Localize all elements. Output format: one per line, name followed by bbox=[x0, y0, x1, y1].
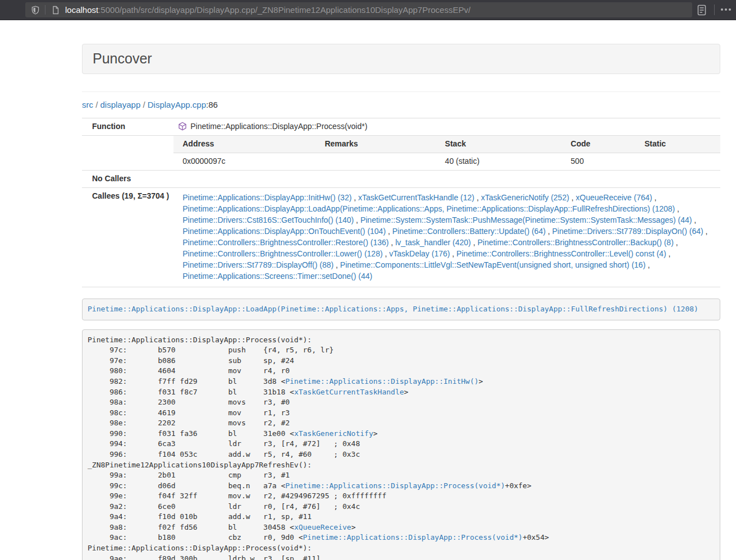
disassembly-code: Pinetime::Applications::DisplayApp::Proc… bbox=[88, 336, 549, 560]
callee-link[interactable]: lv_task_handler (420) bbox=[395, 238, 471, 247]
column-header-address: Address bbox=[173, 136, 316, 153]
code-text: > bbox=[351, 523, 356, 531]
callee-separator: , bbox=[471, 238, 478, 247]
breadcrumb-link[interactable]: src bbox=[82, 100, 93, 109]
callee-link[interactable]: Pinetime::Drivers::St7789::DisplayOff() … bbox=[182, 260, 333, 269]
column-header-stack: Stack bbox=[436, 136, 562, 153]
function-row: Function Pinetime::Applications::Display… bbox=[82, 118, 720, 136]
column-header-code: Code bbox=[562, 136, 636, 153]
code-text: 98c: 4619 mov r1, r3 bbox=[88, 408, 290, 417]
code-text: > bbox=[404, 388, 409, 396]
code-text: 9ac: b180 cbz r0, 9d0 < bbox=[88, 533, 303, 541]
reader-mode-icon[interactable] bbox=[697, 4, 707, 16]
callee-link[interactable]: Pinetime::Controllers::BrightnessControl… bbox=[182, 238, 388, 247]
code-text: 994: 6ca3 ldr r3, [r4, #72] ; 0x48 bbox=[88, 439, 360, 448]
callee-link[interactable]: Pinetime::Controllers::Battery::Update()… bbox=[392, 227, 546, 236]
details-cell: AddressRemarksStackCodeStatic 0x0000097c… bbox=[173, 136, 720, 171]
callee-separator: , bbox=[354, 215, 360, 224]
page-actions-menu-icon[interactable] bbox=[720, 7, 732, 12]
callee-link[interactable]: Pinetime::Controllers::BrightnessControl… bbox=[477, 238, 673, 247]
callee-separator: , bbox=[646, 260, 650, 269]
callee-link[interactable]: Pinetime::Drivers::Cst816S::GetTouchInfo… bbox=[182, 215, 354, 224]
code-text: 9a4: f10d 010b add.w r1, sp, #11 bbox=[88, 512, 312, 521]
callee-link[interactable]: Pinetime::Controllers::BrightnessControl… bbox=[182, 249, 382, 258]
callee-link[interactable]: Pinetime::Controllers::BrightnessControl… bbox=[456, 249, 666, 258]
code-text: 990: f031 fa36 bl 31e00 < bbox=[88, 429, 294, 438]
code-text: 980: 4604 mov r4, r0 bbox=[88, 366, 290, 375]
function-name: Pinetime::Applications::DisplayApp::Proc… bbox=[190, 122, 367, 131]
details-value-row: 0x0000097c 40 (static) 500 bbox=[173, 153, 720, 170]
tracking-protection-shield-icon[interactable] bbox=[31, 6, 40, 15]
callee-link[interactable]: xQueueReceive (764) bbox=[576, 193, 652, 202]
callees-list: Pinetime::Applications::DisplayApp::Init… bbox=[173, 188, 720, 287]
callee-link[interactable]: Pinetime::Applications::DisplayApp::Load… bbox=[182, 204, 675, 213]
symbol-link[interactable]: xTaskGenericNotify bbox=[294, 429, 373, 438]
callee-link[interactable]: Pinetime::Applications::Screens::Timer::… bbox=[182, 272, 372, 281]
page-info-icon[interactable] bbox=[51, 6, 60, 15]
callee-separator: , bbox=[386, 227, 392, 236]
code-text: 98a: 2300 movs r3, #0 bbox=[88, 398, 290, 406]
code-text: +0x54> bbox=[523, 533, 549, 541]
callee-link[interactable]: Pinetime::Applications::DisplayApp::OnTo… bbox=[182, 227, 386, 236]
callees-label: Callees (19, Σ=3704 ) bbox=[82, 188, 173, 287]
function-table: Function Pinetime::Applications::Display… bbox=[82, 118, 720, 287]
toolbar-separator bbox=[714, 4, 715, 15]
page-content: Puncover src / displayapp / DisplayApp.c… bbox=[82, 44, 720, 560]
callee-separator: , bbox=[383, 249, 390, 258]
breadcrumb-line-number: :86 bbox=[206, 100, 218, 109]
details-row-label bbox=[82, 136, 173, 171]
code-text: 9a8: f02f fd56 bl 30458 < bbox=[88, 523, 294, 531]
symbol-link[interactable]: Pinetime::Applications::DisplayApp::Proc… bbox=[285, 481, 505, 490]
function-name-cell: Pinetime::Applications::DisplayApp::Proc… bbox=[173, 118, 720, 136]
selected-symbol-link[interactable]: Pinetime::Applications::DisplayApp::Load… bbox=[88, 305, 698, 313]
callee-separator: , bbox=[569, 193, 576, 202]
stack-value: 40 (static) bbox=[436, 153, 562, 170]
callee-link[interactable]: xTaskGetCurrentTaskHandle (12) bbox=[358, 193, 474, 202]
symbol-link[interactable]: xQueueReceive bbox=[294, 523, 351, 531]
function-details-table: AddressRemarksStackCodeStatic 0x0000097c… bbox=[173, 136, 720, 170]
symbol-link[interactable]: Pinetime::Applications::DisplayApp::Init… bbox=[285, 377, 478, 385]
selected-symbol-box: Pinetime::Applications::DisplayApp::Load… bbox=[82, 299, 720, 320]
callee-separator: , bbox=[675, 204, 679, 213]
breadcrumb-link[interactable]: DisplayApp.cpp bbox=[148, 100, 206, 109]
code-text: +0xfe> bbox=[505, 481, 532, 490]
symbol-link[interactable]: Pinetime::Applications::DisplayApp::Proc… bbox=[303, 533, 523, 541]
app-header: Puncover bbox=[82, 44, 720, 74]
urlbar-separator bbox=[45, 5, 45, 15]
function-row-label: Function bbox=[82, 118, 173, 136]
browser-toolbar: localhost:5000/path/src/displayapp/Displ… bbox=[0, 0, 736, 20]
code-text: 9a2: 6ce0 ldr r0, [r4, #76] ; 0x4c bbox=[88, 502, 360, 511]
code-text: 982: f7ff fd29 bl 3d8 < bbox=[88, 377, 285, 385]
column-header-static: Static bbox=[636, 136, 720, 153]
static-value bbox=[636, 153, 720, 170]
code-text: Pinetime::Applications::DisplayApp::Proc… bbox=[88, 336, 312, 344]
symbol-cube-icon bbox=[178, 122, 187, 131]
callee-link[interactable]: vTaskDelay (176) bbox=[389, 249, 450, 258]
breadcrumb-link[interactable]: displayapp bbox=[100, 100, 141, 109]
no-callers-label: No Callers bbox=[82, 171, 173, 188]
function-details-row: AddressRemarksStackCodeStatic 0x0000097c… bbox=[82, 136, 720, 171]
url-text[interactable]: localhost:5000/path/src/displayapp/Displ… bbox=[65, 5, 470, 15]
code-text: 996: f104 053c add.w r5, r4, #60 ; 0x3c bbox=[88, 450, 360, 458]
breadcrumb: src / displayapp / DisplayApp.cpp:86 bbox=[82, 99, 720, 111]
url-host: localhost bbox=[65, 5, 98, 15]
callee-link[interactable]: Pinetime::System::SystemTask::PushMessag… bbox=[360, 215, 692, 224]
code-text: 9ae: f89d 300b ldrb.w r3, [sp, #11] bbox=[88, 554, 321, 560]
callee-separator: , bbox=[546, 227, 552, 236]
code-text: 99e: f04f 32ff mov.w r2, #4294967295 ; 0… bbox=[88, 492, 386, 500]
address-value: 0x0000097c bbox=[173, 153, 316, 170]
remarks-value bbox=[316, 153, 436, 170]
address-bar[interactable]: localhost:5000/path/src/displayapp/Displ… bbox=[25, 2, 692, 17]
callee-separator: , bbox=[703, 227, 708, 236]
app-title-link[interactable]: Puncover bbox=[93, 51, 152, 66]
callee-separator: , bbox=[351, 193, 358, 202]
callee-link[interactable]: Pinetime::Drivers::St7789::DisplayOn() (… bbox=[552, 227, 703, 236]
symbol-link[interactable]: xTaskGetCurrentTaskHandle bbox=[294, 388, 404, 396]
callee-separator: , bbox=[692, 215, 696, 224]
callee-separator: , bbox=[388, 238, 395, 247]
callee-link[interactable]: xTaskGenericNotify (252) bbox=[481, 193, 569, 202]
callee-link[interactable]: Pinetime::Components::LittleVgl::SetNewT… bbox=[340, 260, 646, 269]
code-text: 99a: 2b01 cmp r3, #1 bbox=[88, 471, 290, 479]
breadcrumb-separator: / bbox=[140, 100, 148, 109]
callee-link[interactable]: Pinetime::Applications::DisplayApp::Init… bbox=[182, 193, 351, 202]
